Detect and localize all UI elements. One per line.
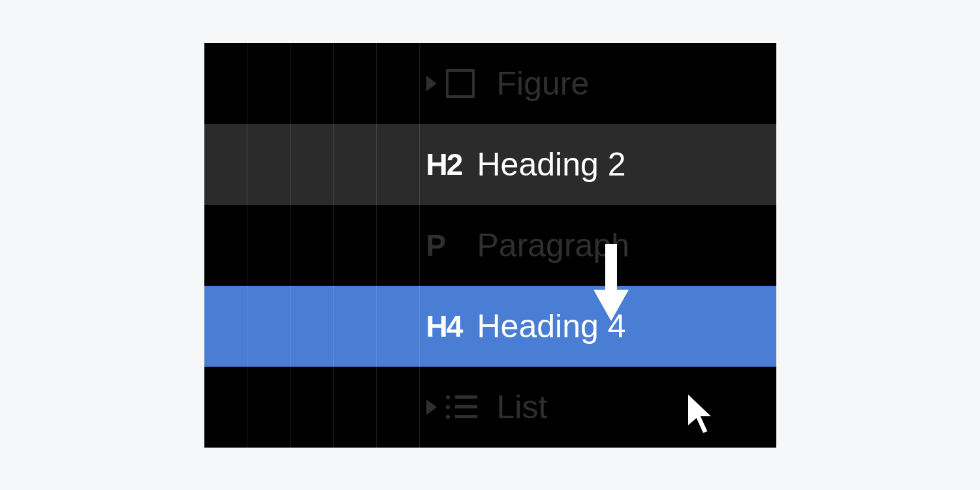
element-label: Figure <box>497 65 590 102</box>
element-label: List <box>497 388 548 426</box>
element-label: Paragraph <box>477 226 630 264</box>
navigator-item-heading-2[interactable]: H2 Heading 2 <box>204 124 776 205</box>
h2-icon: H2 <box>426 147 464 182</box>
p-icon: P <box>426 228 464 263</box>
list-icon <box>446 395 484 419</box>
navigator-item-list[interactable]: List <box>204 367 776 448</box>
navigator-item-heading-4[interactable]: H4 Heading 4 <box>204 286 776 367</box>
navigator-item-figure[interactable]: Figure <box>204 43 776 124</box>
element-label: Heading 4 <box>477 307 626 345</box>
element-label: Heading 2 <box>477 145 626 183</box>
expand-caret-icon[interactable] <box>426 76 437 91</box>
navigator-item-paragraph[interactable]: P Paragraph <box>204 205 776 286</box>
square-icon <box>446 69 484 98</box>
expand-caret-icon[interactable] <box>426 399 437 415</box>
navigator-panel: Figure H2 Heading 2 P Paragraph H4 Headi… <box>204 43 776 448</box>
h4-icon: H4 <box>426 309 464 344</box>
